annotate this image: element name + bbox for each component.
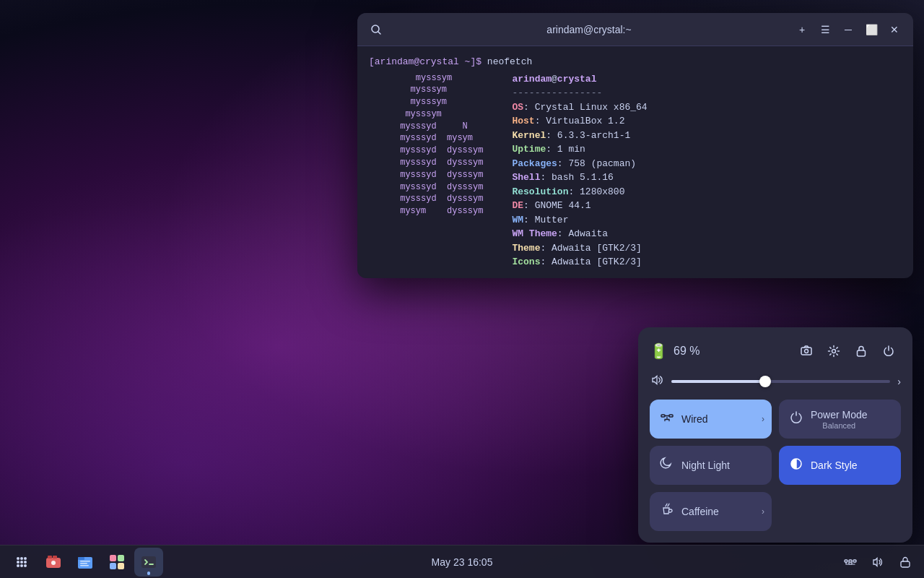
svg-rect-35 (901, 561, 910, 567)
svg-rect-26 (80, 565, 89, 566)
volume-thumb (759, 376, 771, 387)
svg-point-9 (17, 557, 19, 560)
caffeine-expand-icon: › (762, 506, 764, 517)
wired-toggle[interactable]: Wired › (650, 400, 772, 439)
svg-rect-2 (801, 348, 811, 355)
svg-point-15 (17, 564, 19, 567)
taskbar-app-terminal[interactable] (134, 548, 163, 577)
power-mode-icon (789, 410, 803, 428)
lock-button[interactable] (849, 339, 873, 363)
taskbar-system-tray (839, 551, 917, 574)
quick-settings-header: 🔋 69 % (650, 339, 901, 363)
night-light-icon (660, 457, 674, 475)
svg-rect-25 (80, 563, 87, 564)
svg-rect-30 (118, 563, 124, 569)
taskbar-app-grid[interactable] (7, 548, 36, 577)
svg-point-14 (24, 561, 27, 564)
taskbar-volume-icon[interactable] (866, 551, 889, 574)
quick-settings-toggles: Wired › Power Mode Balanced N (650, 400, 901, 531)
power-mode-toggle[interactable]: Power Mode Balanced (779, 400, 901, 439)
volume-icon (650, 374, 664, 389)
neofetch-output: mysssym mysssym mysssym mysssym mysssyd … (369, 72, 902, 269)
taskbar-network-icon[interactable] (839, 551, 862, 574)
terminal-menu-button[interactable]: ☰ (815, 20, 835, 40)
neofetch-packages-line: Packages: 758 (pacman) (512, 157, 647, 171)
taskbar-app-software[interactable] (39, 548, 68, 577)
power-button[interactable] (876, 339, 901, 363)
neofetch-separator: ---------------- (512, 86, 647, 100)
terminal-prompt: [arindam@crystal ~]$ (369, 55, 481, 69)
battery-status: 🔋 69 % (650, 342, 699, 360)
neofetch-theme-line: Theme: Adwaita [GTK2/3] (512, 241, 647, 256)
neofetch-username: arindam (512, 74, 552, 85)
taskbar-datetime: May 23 16:05 (432, 556, 493, 568)
power-mode-value: Balanced (811, 421, 868, 430)
neofetch-host-line: Host: VirtualBox 1.2 (512, 114, 647, 129)
dark-style-toggle[interactable]: Dark Style (779, 446, 901, 485)
caffeine-toggle[interactable]: Caffeine › (650, 492, 772, 531)
power-mode-label: Power Mode (811, 409, 868, 420)
quick-settings-action-icons (794, 339, 901, 363)
volume-track (671, 380, 890, 383)
terminal-body: [arindam@crystal ~]$ neofetch mysssym my… (357, 46, 913, 278)
terminal-search-button[interactable] (366, 20, 386, 40)
svg-rect-34 (849, 560, 852, 562)
svg-point-17 (24, 564, 27, 567)
dark-style-icon (789, 457, 803, 475)
neofetch-hostname: crystal (557, 74, 597, 85)
neofetch-de-line: DE: GNOME 44.1 (512, 199, 647, 213)
neofetch-user-line: arindam@crystal (512, 72, 647, 87)
taskbar-date-time: May 23 16:05 (432, 556, 493, 568)
svg-rect-6 (661, 415, 665, 417)
svg-rect-5 (858, 350, 866, 356)
volume-fill (671, 380, 765, 383)
neofetch-uptime-line: Uptime: 1 min (512, 142, 647, 157)
terminal-title: arindam@crystal:~ (386, 24, 792, 35)
taskbar-lock-icon[interactable] (894, 551, 917, 574)
svg-rect-31 (141, 556, 156, 568)
neofetch-shell-line: Shell: bash 5.1.16 (512, 171, 647, 185)
terminal-close-button[interactable]: ✕ (884, 20, 905, 40)
dark-style-label: Dark Style (811, 460, 858, 471)
taskbar-app-files[interactable] (71, 548, 100, 577)
svg-rect-20 (53, 556, 57, 558)
terminal-command: neofetch (481, 55, 532, 69)
screenshot-button[interactable] (794, 339, 819, 363)
terminal-controls: + ☰ ─ ⬜ ✕ (792, 20, 905, 40)
neofetch-art: mysssym mysssym mysssym mysssym mysssyd … (369, 72, 483, 269)
svg-rect-7 (669, 415, 673, 417)
svg-point-10 (20, 557, 23, 560)
svg-point-11 (24, 557, 27, 560)
svg-point-21 (51, 561, 56, 565)
neofetch-wm-line: WM: Mutter (512, 213, 647, 228)
terminal-minimize-button[interactable]: ─ (838, 20, 858, 40)
terminal-window: arindam@crystal:~ + ☰ ─ ⬜ ✕ [arindam@cry… (357, 13, 913, 278)
svg-point-13 (20, 561, 23, 564)
power-mode-text: Power Mode Balanced (811, 409, 868, 430)
svg-rect-19 (48, 556, 52, 558)
terminal-new-tab-button[interactable]: + (792, 20, 812, 40)
battery-percentage: 69 % (674, 345, 699, 358)
svg-rect-23 (78, 557, 84, 560)
battery-icon: 🔋 (650, 342, 668, 360)
taskbar-app-store[interactable] (103, 548, 131, 577)
terminal-titlebar: arindam@crystal:~ + ☰ ─ ⬜ ✕ (357, 13, 913, 46)
night-light-toggle[interactable]: Night Light (650, 446, 772, 485)
volume-expand-button[interactable]: › (897, 376, 901, 387)
svg-point-12 (17, 561, 19, 564)
svg-rect-24 (80, 561, 90, 562)
svg-rect-28 (118, 555, 124, 561)
volume-slider[interactable] (671, 374, 890, 389)
svg-rect-27 (110, 555, 116, 561)
settings-button[interactable] (821, 339, 846, 363)
neofetch-os-line: OS: Crystal Linux x86_64 (512, 100, 647, 115)
neofetch-resolution-line: Resolution: 924x578 (512, 185, 647, 199)
svg-point-3 (805, 350, 808, 353)
svg-rect-33 (853, 560, 856, 562)
neofetch-kernel-line: Kernel: 6.3.3-arch1-1 (512, 129, 647, 143)
quick-settings-panel: 🔋 69 % (638, 327, 912, 543)
terminal-maximize-button[interactable]: ⬜ (861, 20, 881, 40)
wired-icon (660, 410, 674, 428)
caffeine-icon (660, 503, 674, 521)
wired-expand-icon: › (762, 414, 764, 424)
